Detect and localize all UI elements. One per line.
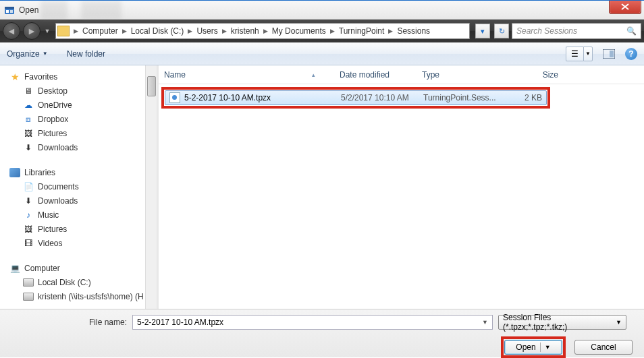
split-divider <box>540 342 541 352</box>
chevron-down-icon[interactable]: ▼ <box>545 344 551 351</box>
new-folder-button[interactable]: New folder <box>67 49 105 59</box>
search-icon: 🔍 <box>626 26 637 36</box>
preview-icon <box>603 49 615 59</box>
chevron-right-icon[interactable]: ▶ <box>72 28 80 34</box>
column-header-name[interactable]: Name▴ <box>159 70 334 80</box>
sidebar-item-downloads[interactable]: ⬇Downloads <box>5 193 157 208</box>
sidebar-scrollbar[interactable] <box>145 65 157 309</box>
history-dropdown[interactable]: ▼ <box>43 24 51 38</box>
navigation-pane: ★ Favorites 🖥Desktop ☁OneDrive ⧈Dropbox … <box>0 65 157 309</box>
dialog-footer: File name: 5-2-2017 10-10 AM.tpzx ▼ Sess… <box>0 309 644 357</box>
toolbar: Organize ▼ New folder ☰ ▼ ? <box>0 42 644 65</box>
network-drive-icon <box>23 291 34 302</box>
chevron-right-icon[interactable]: ▶ <box>387 28 394 34</box>
filename-input[interactable]: 5-2-2017 10-10 AM.tpzx ▼ <box>132 315 493 330</box>
filename-value: 5-2-2017 10-10 AM.tpzx <box>137 318 223 327</box>
sort-asc-icon: ▴ <box>312 71 315 78</box>
help-button[interactable]: ? <box>625 48 637 60</box>
open-button[interactable]: Open ▼ <box>504 340 562 355</box>
breadcrumb[interactable]: My Documents <box>269 26 329 36</box>
sidebar-item-documents[interactable]: 📄Documents <box>5 179 157 193</box>
pictures-icon: 🖼 <box>23 128 34 139</box>
column-headers: Name▴ Date modified Type Size <box>159 65 644 84</box>
breadcrumb[interactable]: Sessions <box>394 26 433 36</box>
folder-icon <box>57 26 70 36</box>
filter-text: Session Files (*.tpzx;*.tpz;*.tkz;) <box>503 313 616 332</box>
sidebar-libraries-header[interactable]: Libraries <box>5 165 157 179</box>
column-header-size[interactable]: Size <box>499 70 564 80</box>
breadcrumb[interactable]: kristenh <box>228 26 262 36</box>
music-icon: ♪ <box>23 210 34 220</box>
sidebar-item-desktop[interactable]: 🖥Desktop <box>5 84 157 98</box>
chevron-down-icon: ▼ <box>583 47 593 61</box>
chevron-right-icon[interactable]: ▶ <box>262 28 269 34</box>
app-icon <box>4 5 15 16</box>
address-bar[interactable]: ▶ Computer ▶ Local Disk (C:) ▶ Users ▶ k… <box>55 23 470 39</box>
cancel-button[interactable]: Cancel <box>574 340 633 355</box>
breadcrumb[interactable]: TurningPoint <box>336 26 387 36</box>
downloads-icon: ⬇ <box>23 142 34 153</box>
chevron-right-icon[interactable]: ▶ <box>186 28 194 34</box>
svg-rect-1 <box>5 7 14 9</box>
downloads-icon: ⬇ <box>23 196 34 206</box>
view-icon: ☰ <box>571 49 579 59</box>
chevron-down-icon[interactable]: ▼ <box>482 319 488 326</box>
libraries-icon <box>9 167 20 178</box>
forward-button[interactable]: ► <box>23 22 41 40</box>
search-input[interactable]: Search Sessions 🔍 <box>512 23 641 39</box>
sidebar-item-music[interactable]: ♪Music <box>5 208 157 222</box>
file-date: 5/2/2017 10:10 AM <box>341 93 423 102</box>
file-size: 2 KB <box>511 93 542 102</box>
annotation-highlight: 5-2-2017 10-10 AM.tpzx 5/2/2017 10:10 AM… <box>161 87 550 109</box>
svg-rect-2 <box>6 10 9 13</box>
file-type-filter[interactable]: Session Files (*.tpzx;*.tpz;*.tkz;) ▼ <box>498 315 626 330</box>
file-icon <box>169 92 180 103</box>
sidebar-label: Computer <box>24 264 60 273</box>
annotation-highlight: Open ▼ <box>501 336 566 358</box>
organize-label: Organize <box>7 49 40 59</box>
file-list[interactable]: 5-2-2017 10-10 AM.tpzx 5/2/2017 10:10 AM… <box>159 84 644 309</box>
breadcrumb[interactable]: Users <box>194 26 220 36</box>
desktop-icon: 🖥 <box>23 86 34 96</box>
open-label: Open <box>516 342 535 352</box>
sidebar-item-pictures[interactable]: 🖼Pictures <box>5 126 157 140</box>
title-bar: Open <box>0 1 644 20</box>
svg-rect-3 <box>10 10 13 13</box>
body-area: ★ Favorites 🖥Desktop ☁OneDrive ⧈Dropbox … <box>0 65 644 309</box>
column-header-type[interactable]: Type <box>417 70 499 80</box>
sidebar-item-videos[interactable]: 🎞Videos <box>5 236 157 250</box>
sidebar-item-pictures[interactable]: 🖼Pictures <box>5 222 157 236</box>
disk-icon <box>23 277 34 288</box>
chevron-right-icon[interactable]: ▶ <box>329 28 336 34</box>
sidebar-item-local-disk[interactable]: Local Disk (C:) <box>5 275 157 289</box>
chevron-right-icon[interactable]: ▶ <box>221 28 228 34</box>
sidebar-item-network-drive[interactable]: kristenh (\\its-usfsfs\home) (H <box>5 289 157 303</box>
chevron-right-icon[interactable]: ▶ <box>121 28 128 34</box>
sidebar-item-dropbox[interactable]: ⧈Dropbox <box>5 112 157 126</box>
view-options-button[interactable]: ☰ ▼ <box>566 47 593 61</box>
chevron-down-icon: ▼ <box>43 51 48 57</box>
close-icon <box>621 3 629 10</box>
breadcrumb[interactable]: Computer <box>80 26 121 36</box>
preview-pane-button[interactable] <box>601 47 617 61</box>
sidebar-computer-header[interactable]: 💻 Computer <box>5 261 157 275</box>
sidebar-label: Favorites <box>24 72 57 82</box>
back-button[interactable]: ◄ <box>3 22 20 40</box>
window-title: Open <box>19 5 38 15</box>
sidebar-item-downloads[interactable]: ⬇Downloads <box>5 140 157 154</box>
file-list-pane: Name▴ Date modified Type Size 5-2-2017 1… <box>159 65 644 309</box>
address-dropdown[interactable]: ▾ <box>475 24 490 38</box>
breadcrumb[interactable]: Local Disk (C:) <box>128 26 187 36</box>
organize-button[interactable]: Organize ▼ <box>7 49 48 59</box>
sidebar-item-onedrive[interactable]: ☁OneDrive <box>5 98 157 112</box>
sidebar-favorites-header[interactable]: ★ Favorites <box>5 69 157 84</box>
chevron-down-icon: ▼ <box>616 319 622 326</box>
file-row[interactable]: 5-2-2017 10-10 AM.tpzx 5/2/2017 10:10 AM… <box>165 90 547 105</box>
refresh-button[interactable]: ↻ <box>494 24 509 38</box>
sidebar-label: Libraries <box>24 168 55 177</box>
help-icon: ? <box>628 49 633 59</box>
column-header-date[interactable]: Date modified <box>334 70 417 80</box>
cancel-label: Cancel <box>591 342 616 352</box>
close-button[interactable] <box>609 0 641 14</box>
nav-bar: ◄ ► ▼ ▶ Computer ▶ Local Disk (C:) ▶ Use… <box>0 20 644 42</box>
